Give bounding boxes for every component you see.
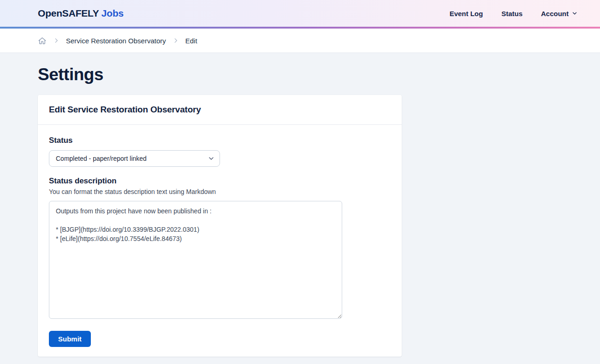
status-field-group: Status Completed - paper/report linked: [49, 136, 391, 167]
nav-account-menu[interactable]: Account: [541, 10, 578, 18]
status-description-textarea[interactable]: Outputs from this project have now been …: [49, 201, 342, 319]
status-select-wrapper: Completed - paper/report linked: [49, 150, 220, 167]
chevron-down-icon: [571, 10, 578, 17]
main-nav: Event Log Status Account: [450, 10, 578, 18]
submit-button[interactable]: Submit: [49, 331, 91, 347]
nav-status-label: Status: [501, 10, 523, 18]
site-header: OpenSAFELY Jobs Event Log Status Account: [0, 0, 600, 27]
brand-logo[interactable]: OpenSAFELY Jobs: [38, 8, 124, 19]
status-description-help-text: You can format the status description te…: [49, 188, 391, 195]
brand-secondary-text: Jobs: [101, 8, 124, 18]
breadcrumb-project-link[interactable]: Service Restoration Observatory: [66, 37, 166, 45]
breadcrumb-current-page: Edit: [185, 37, 197, 45]
status-description-label: Status description: [49, 176, 391, 186]
breadcrumb: Service Restoration Observatory Edit: [38, 36, 197, 45]
chevron-right-icon: [53, 37, 59, 44]
card-body: Status Completed - paper/report linked S…: [38, 125, 402, 357]
card-title: Edit Service Restoration Observatory: [49, 105, 391, 115]
nav-event-log[interactable]: Event Log: [450, 10, 483, 18]
nav-account-label: Account: [541, 10, 569, 18]
nav-event-log-label: Event Log: [450, 10, 483, 18]
breadcrumb-bar: Service Restoration Observatory Edit: [0, 29, 600, 53]
edit-settings-card: Edit Service Restoration Observatory Sta…: [38, 95, 402, 357]
home-icon[interactable]: [38, 36, 47, 45]
nav-status[interactable]: Status: [501, 10, 523, 18]
brand-primary-text: OpenSAFELY: [38, 8, 99, 18]
card-header: Edit Service Restoration Observatory: [38, 95, 402, 125]
status-description-field-group: Status description You can format the st…: [49, 176, 391, 319]
page-title: Settings: [38, 65, 562, 84]
status-select[interactable]: Completed - paper/report linked: [49, 150, 220, 167]
main-content: Settings Edit Service Restoration Observ…: [0, 53, 600, 364]
status-label: Status: [49, 136, 391, 145]
chevron-right-icon: [172, 37, 179, 44]
